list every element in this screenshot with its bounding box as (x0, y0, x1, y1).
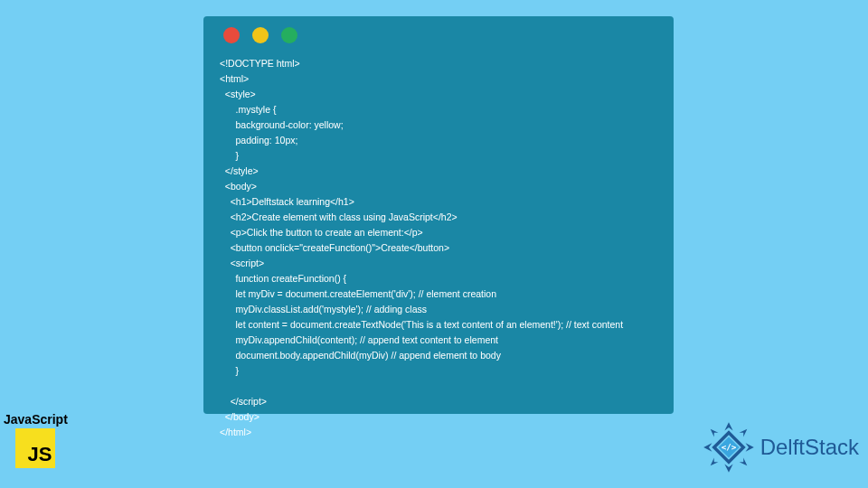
js-label: JavaScript (4, 412, 68, 427)
svg-marker-3 (745, 443, 753, 451)
close-icon (223, 27, 240, 43)
svg-text:</>: </> (721, 442, 736, 452)
svg-marker-0 (724, 422, 732, 430)
minimize-icon (252, 27, 269, 43)
brand-name: DelftStack (760, 435, 859, 460)
code-window: <!DOCTYPE html> <html> <style> .mystyle … (203, 16, 674, 414)
svg-marker-6 (710, 458, 718, 466)
brand-logo: </> DelftStack (703, 421, 859, 474)
maximize-icon (281, 27, 297, 43)
code-block: <!DOCTYPE html> <html> <style> .mystyle … (220, 56, 657, 440)
svg-marker-1 (724, 465, 732, 473)
js-logo-text: JS (27, 443, 52, 466)
window-controls (223, 27, 657, 43)
svg-marker-4 (710, 429, 718, 437)
javascript-badge: JavaScript JS (4, 412, 68, 468)
delftstack-icon: </> (703, 421, 755, 474)
svg-marker-2 (703, 443, 712, 451)
svg-marker-7 (739, 458, 747, 466)
js-logo-icon: JS (15, 428, 55, 468)
svg-marker-5 (739, 429, 747, 437)
